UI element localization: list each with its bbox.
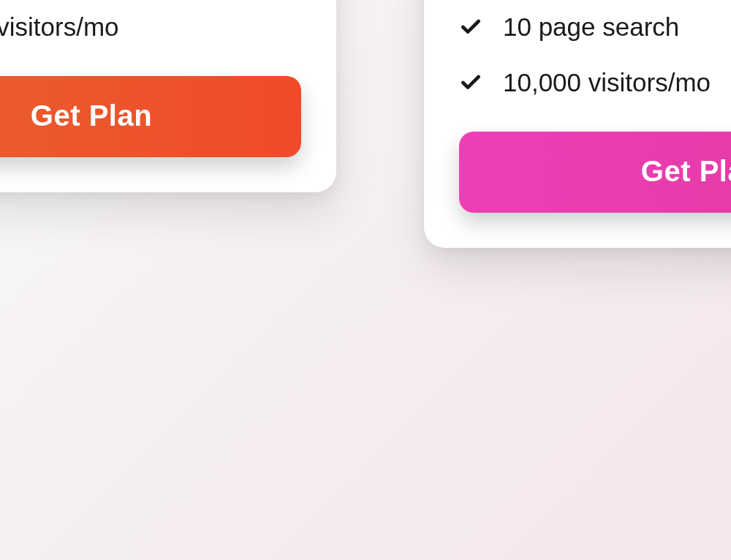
feature-label: 10 page search [503,12,679,42]
get-plan-button[interactable]: Get Plan [0,76,301,157]
feature-label: 1,000 visitors/mo [0,12,119,42]
list-item: 10,000 visitors/mo [459,67,731,98]
get-plan-button[interactable]: Get Plan [459,132,731,213]
pricing-card-right: Unlimited pages Password protect 1 CMS c… [424,0,731,248]
check-icon [459,15,482,39]
list-item: 10 page search [459,12,731,42]
feature-label: 10,000 visitors/mo [503,67,711,98]
pricing-card-left: For landing pages Home + 404 page Custom… [0,0,336,192]
list-item: 1,000 visitors/mo [0,12,301,42]
feature-list: For landing pages Home + 404 page Custom… [0,0,301,42]
feature-list: Unlimited pages Password protect 1 CMS c… [459,0,731,98]
check-icon [459,71,482,94]
